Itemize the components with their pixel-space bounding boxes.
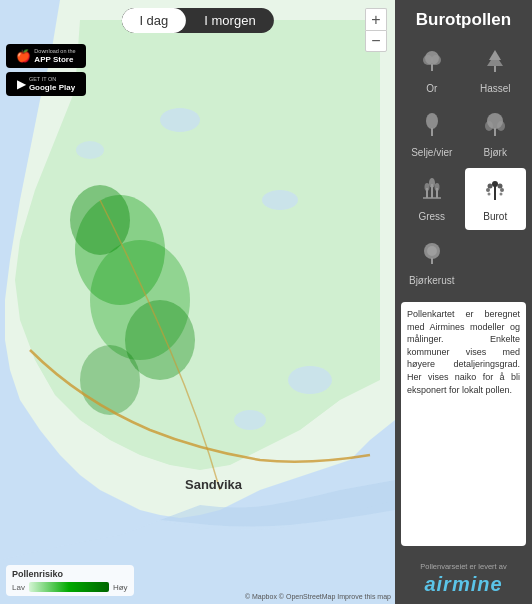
info-box: Pollenkartet er beregnet med Airmines mo… bbox=[401, 302, 526, 546]
tab-bar[interactable]: I dag I morgen bbox=[121, 8, 273, 33]
pollen-item-gress[interactable]: Gress bbox=[401, 168, 463, 230]
pollen-label-gress: Gress bbox=[418, 211, 445, 222]
legend-gradient bbox=[29, 582, 109, 592]
legend-high: Høy bbox=[113, 583, 128, 592]
svg-rect-19 bbox=[431, 128, 433, 136]
svg-point-38 bbox=[500, 193, 503, 196]
airmine-logo: Pollenvarseiet er levert av airmine bbox=[395, 554, 532, 604]
svg-point-40 bbox=[427, 246, 437, 256]
svg-point-2 bbox=[70, 185, 130, 255]
pollen-icon-burot bbox=[482, 176, 508, 208]
airmine-text: airmine bbox=[424, 573, 502, 596]
svg-rect-14 bbox=[431, 64, 433, 71]
city-label: Sandvika bbox=[185, 477, 242, 492]
pollen-grid: Or Hassel Selje/vier Bjørk Gress bbox=[395, 40, 532, 294]
pollen-item-selje-vier[interactable]: Selje/vier bbox=[401, 104, 463, 166]
sidebar-title: Burotpollen bbox=[395, 0, 532, 40]
app-badges: 🍎 Download on the APP Store ▶ GET IT ON … bbox=[6, 44, 86, 96]
pollen-item-or[interactable]: Or bbox=[401, 40, 463, 102]
pollen-icon-bjorkerust bbox=[419, 240, 445, 272]
zoom-controls: + − bbox=[365, 8, 387, 52]
svg-point-6 bbox=[160, 108, 200, 132]
pollen-icon-gress bbox=[419, 176, 445, 208]
svg-point-18 bbox=[426, 113, 438, 129]
pollen-label-bjork: Bjørk bbox=[484, 147, 507, 158]
svg-point-7 bbox=[262, 190, 298, 210]
svg-point-13 bbox=[431, 55, 441, 65]
sidebar: Burotpollen Or Hassel Selje/vier Bjørk bbox=[395, 0, 532, 604]
svg-point-32 bbox=[492, 181, 498, 187]
svg-point-33 bbox=[488, 184, 493, 189]
pollen-icon-or bbox=[419, 48, 445, 80]
svg-point-27 bbox=[429, 178, 435, 188]
tab-today[interactable]: I dag bbox=[121, 8, 186, 33]
pollen-icon-selje-vier bbox=[419, 112, 445, 144]
pollen-label-burot: Burot bbox=[483, 211, 507, 222]
svg-rect-21 bbox=[494, 128, 496, 136]
svg-point-22 bbox=[485, 121, 493, 131]
pollen-icon-hassel bbox=[482, 48, 508, 80]
pollen-item-burot[interactable]: Burot bbox=[465, 168, 527, 230]
svg-point-29 bbox=[434, 183, 439, 191]
app-store-badge[interactable]: 🍎 Download on the APP Store bbox=[6, 44, 86, 68]
pollen-label-selje-vier: Selje/vier bbox=[411, 147, 452, 158]
svg-point-36 bbox=[500, 188, 504, 192]
google-play-icon: ▶ bbox=[17, 77, 26, 91]
pollen-label-or: Or bbox=[426, 83, 437, 94]
app-store-label: APP Store bbox=[34, 55, 75, 65]
svg-rect-41 bbox=[431, 258, 433, 264]
svg-point-5 bbox=[80, 345, 140, 415]
zoom-out-button[interactable]: − bbox=[365, 30, 387, 52]
apple-icon: 🍎 bbox=[16, 49, 31, 63]
map-container: I dag I morgen + − 🍎 Download on the APP… bbox=[0, 0, 395, 604]
pollen-item-bjorkerust[interactable]: Bjørkerust bbox=[401, 232, 463, 294]
legend-title: Pollenrisiko bbox=[12, 569, 128, 579]
svg-rect-31 bbox=[494, 186, 496, 200]
google-play-badge[interactable]: ▶ GET IT ON Google Play bbox=[6, 72, 86, 96]
svg-point-9 bbox=[234, 410, 266, 430]
tab-tomorrow[interactable]: I morgen bbox=[186, 8, 273, 33]
svg-point-8 bbox=[288, 366, 332, 394]
pollen-icon-bjork bbox=[482, 112, 508, 144]
map-attribution: © Mapbox © OpenStreetMap Improve this ma… bbox=[245, 593, 391, 600]
svg-point-35 bbox=[486, 188, 490, 192]
svg-point-23 bbox=[497, 121, 505, 131]
svg-point-10 bbox=[76, 141, 104, 159]
svg-rect-17 bbox=[494, 66, 496, 72]
svg-point-28 bbox=[424, 183, 429, 191]
pollen-label-bjorkerust: Bjørkerust bbox=[409, 275, 455, 286]
pollen-item-bjork[interactable]: Bjørk bbox=[465, 104, 527, 166]
pollen-label-hassel: Hassel bbox=[480, 83, 511, 94]
pollen-item-hassel[interactable]: Hassel bbox=[465, 40, 527, 102]
airmine-sub: Pollenvarseiet er levert av bbox=[420, 562, 506, 571]
svg-point-37 bbox=[488, 193, 491, 196]
pollen-legend: Pollenrisiko Lav Høy bbox=[6, 565, 134, 596]
legend-bar: Lav Høy bbox=[12, 582, 128, 592]
svg-point-34 bbox=[498, 184, 503, 189]
legend-low: Lav bbox=[12, 583, 25, 592]
google-play-label: Google Play bbox=[29, 83, 75, 93]
zoom-in-button[interactable]: + bbox=[365, 8, 387, 30]
